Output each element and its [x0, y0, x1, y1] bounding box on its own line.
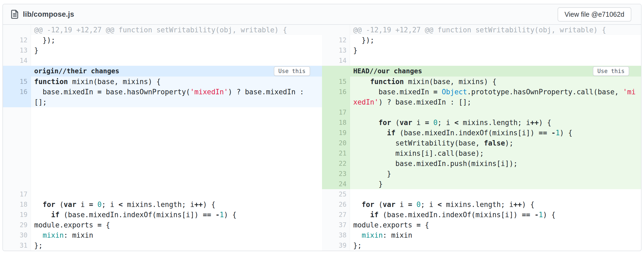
- code-line: module.exports = {: [31, 220, 322, 230]
- code-line: mixin: mixin: [350, 230, 641, 240]
- line-number: 15: [322, 77, 350, 87]
- conflict-header-row: HEAD//our changesUse this: [322, 66, 641, 77]
- diff-row: 15 function mixin(base, mixins) {: [322, 77, 641, 87]
- diff-row: 17: [3, 189, 322, 199]
- diff-row: 26 for (var i = 0; i < mixins.length; i+…: [322, 199, 641, 210]
- hunk-header: @@ -12,19 +12,27 @@ function setWritabil…: [350, 25, 641, 35]
- line-number-cell: [322, 25, 350, 35]
- hunk-header: @@ -12,19 +12,27 @@ function setWritabil…: [31, 25, 322, 35]
- line-number-cell: [322, 66, 350, 77]
- line-number: 12: [3, 35, 31, 45]
- diff-row: 38 mixin: mixin: [322, 230, 641, 240]
- code-line: if (base.mixedIn.indexOf(mixins[i]) == -…: [350, 128, 641, 138]
- code-line: });: [31, 35, 322, 45]
- conflict-branch-label: HEAD//our changes: [353, 66, 422, 76]
- code-line: for (var i = 0; i < mixins.length; i++) …: [350, 199, 641, 210]
- code-line: [31, 56, 322, 66]
- line-number: 18: [322, 117, 350, 128]
- code-line: setWritability(base, false);: [350, 138, 641, 148]
- code-line: base.mixedIn = Object.prototype.hasOwnPr…: [350, 87, 641, 107]
- diff-row: 15function mixin(base, mixins) {: [3, 77, 322, 87]
- line-number: 19: [3, 210, 31, 220]
- line-number: 18: [3, 199, 31, 210]
- line-number: 17: [322, 107, 350, 117]
- diff-row: 37module.exports = {: [322, 220, 641, 230]
- code-line: mixin: mixin: [31, 230, 322, 240]
- file-icon: [11, 10, 19, 19]
- code-line: if (base.mixedIn.indexOf(mixins[i]) == -…: [350, 210, 641, 220]
- file-diff-panel: lib/compose.js View file @e71062d @@ -12…: [2, 4, 642, 251]
- code-line: }: [350, 179, 641, 189]
- code-line: [350, 56, 641, 66]
- line-number: 22: [322, 158, 350, 169]
- diff-row: 14: [322, 56, 641, 66]
- conflict-header-body: origin//their changesUse this: [31, 66, 322, 77]
- diff-row: 30 mixin: mixin: [3, 230, 322, 240]
- line-number: 19: [322, 128, 350, 138]
- line-number: 27: [322, 210, 350, 220]
- code-line: [350, 189, 641, 199]
- diff-row: 27 if (base.mixedIn.indexOf(mixins[i]) =…: [322, 210, 641, 220]
- diff-row: 19 if (base.mixedIn.indexOf(mixins[i]) =…: [3, 210, 322, 220]
- code-line: module.exports = {: [350, 220, 641, 230]
- use-this-button[interactable]: Use this: [274, 66, 310, 76]
- code-line: }: [350, 169, 641, 179]
- code-line: };: [31, 240, 322, 251]
- file-path: lib/compose.js: [23, 10, 74, 19]
- line-number: 29: [3, 220, 31, 230]
- conflict-header-row: origin//their changesUse this: [3, 66, 322, 77]
- view-file-button[interactable]: View file @e71062d: [558, 7, 631, 22]
- code-line: mixins[i].call(base);: [350, 148, 641, 158]
- line-number: 20: [322, 138, 350, 148]
- code-line: base.mixedIn = base.hasOwnProperty('mixe…: [31, 87, 322, 107]
- pane-theirs: @@ -12,19 +12,27 @@ function setWritabil…: [3, 25, 322, 251]
- diff-row: 21 mixins[i].call(base);: [322, 148, 641, 158]
- code-line: }: [350, 45, 641, 56]
- code-line: }: [31, 45, 322, 56]
- line-number: 16: [3, 87, 31, 107]
- diff-row: 20 setWritability(base, false);: [322, 138, 641, 148]
- diff-row: 19 if (base.mixedIn.indexOf(mixins[i]) =…: [322, 128, 641, 138]
- code-line: base.mixedIn.push(mixins[i]);: [350, 158, 641, 169]
- diff-row: 22 base.mixedIn.push(mixins[i]);: [322, 158, 641, 169]
- line-number: 12: [322, 35, 350, 45]
- code-line: });: [350, 35, 641, 45]
- line-number: 37: [322, 220, 350, 230]
- line-number: 24: [322, 179, 350, 189]
- line-number: 31: [3, 240, 31, 251]
- diff-row: 13}: [322, 45, 641, 56]
- diff-row: 29module.exports = {: [3, 220, 322, 230]
- line-number: 25: [322, 189, 350, 199]
- line-number: 16: [322, 87, 350, 107]
- diff-row: 39};: [322, 240, 641, 251]
- code-line: [31, 189, 322, 199]
- diff-row: 18 for (var i = 0; i < mixins.length; i+…: [322, 117, 641, 128]
- line-number-cell: [3, 107, 31, 189]
- line-number: 15: [3, 77, 31, 87]
- diff-row: 16 base.mixedIn = Object.prototype.hasOw…: [322, 87, 641, 107]
- diff-row: 13}: [3, 45, 322, 56]
- conflict-header-body: HEAD//our changesUse this: [350, 66, 641, 77]
- line-number: 13: [322, 45, 350, 56]
- diff-row: 14: [3, 56, 322, 66]
- split-diff: @@ -12,19 +12,27 @@ function setWritabil…: [3, 25, 641, 251]
- code-line: function mixin(base, mixins) {: [31, 77, 322, 87]
- diff-row: 25: [322, 189, 641, 199]
- diff-row: 17: [322, 107, 641, 117]
- diff-row: 31};: [3, 240, 322, 251]
- line-number: 39: [322, 240, 350, 251]
- code-line: [31, 107, 322, 189]
- diff-row: 24 }: [322, 179, 641, 189]
- diff-row: 16 base.mixedIn = base.hasOwnProperty('m…: [3, 87, 322, 107]
- code-line: for (var i = 0; i < mixins.length; i++) …: [350, 117, 641, 128]
- line-number: 13: [3, 45, 31, 56]
- code-line: for (var i = 0; i < mixins.length; i++) …: [31, 199, 322, 210]
- diff-row: 18 for (var i = 0; i < mixins.length; i+…: [3, 199, 322, 210]
- diff-row: @@ -12,19 +12,27 @@ function setWritabil…: [322, 25, 641, 35]
- line-number-cell: [3, 25, 31, 35]
- use-this-button[interactable]: Use this: [593, 66, 629, 76]
- code-line: function mixin(base, mixins) {: [350, 77, 641, 87]
- diff-row: 12 });: [322, 35, 641, 45]
- line-number: 30: [3, 230, 31, 240]
- file-header: lib/compose.js View file @e71062d: [3, 4, 641, 25]
